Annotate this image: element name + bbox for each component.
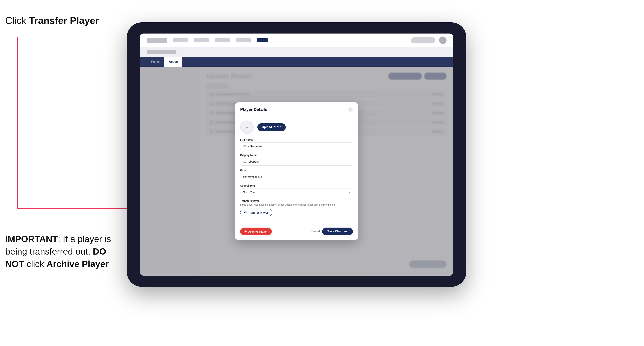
photo-upload-row: Upload Photo	[240, 121, 353, 134]
transfer-section-description: If this player has moved to another scho…	[240, 203, 353, 206]
email-group: Email	[240, 169, 353, 181]
sub-header	[140, 47, 453, 57]
archive-icon: ⊘	[244, 230, 247, 233]
transfer-player-button[interactable]: ⟳ Transfer Player	[240, 209, 272, 216]
nav-team[interactable]	[194, 38, 209, 42]
full-name-label: Full Name	[240, 138, 353, 141]
header-avatar[interactable]	[439, 36, 446, 44]
user-icon	[244, 124, 250, 131]
save-changes-label: Save Changes	[327, 230, 348, 233]
full-name-group: Full Name	[240, 138, 353, 150]
upload-photo-button[interactable]: Upload Photo	[258, 123, 286, 131]
save-changes-button[interactable]: Save Changes	[322, 228, 353, 235]
tab-roster[interactable]: Roster	[146, 57, 164, 67]
sub-header-breadcrumb	[146, 50, 176, 54]
full-name-input[interactable]	[240, 143, 353, 150]
transfer-icon: ⟳	[244, 211, 246, 214]
transfer-section-title: Transfer Player	[240, 199, 353, 202]
close-icon: ×	[349, 108, 351, 111]
do-not-text: click	[24, 259, 46, 269]
tab-roster-label: Roster	[151, 60, 160, 63]
school-year-select[interactable]: First Year Second Year Third Year Fourth…	[240, 188, 353, 196]
click-text: Click	[5, 15, 29, 26]
svg-point-3	[246, 125, 248, 127]
transfer-player-bold: Transfer Player	[29, 15, 99, 26]
modal-title: Player Details	[240, 107, 267, 112]
bottom-instruction: IMPORTANT: If a player is being transfer…	[5, 233, 121, 270]
tablet-screen: Roster Active Update Roster	[140, 33, 453, 276]
transfer-player-label: Transfer Player	[248, 211, 268, 214]
display-name-group: Display Name	[240, 154, 353, 166]
modal-close-button[interactable]: ×	[348, 107, 353, 112]
tab-bar: Roster Active	[140, 57, 453, 67]
app-header	[140, 33, 453, 47]
tablet-device: Roster Active Update Roster	[127, 22, 466, 287]
email-label: Email	[240, 169, 353, 172]
cancel-button[interactable]: Cancel	[310, 230, 320, 233]
modal-overlay: Player Details ×	[140, 67, 453, 276]
archive-player-label: Archive Player	[248, 230, 268, 233]
player-details-modal: Player Details ×	[235, 102, 358, 240]
app-logo	[146, 38, 167, 43]
top-instruction: Click Transfer Player	[5, 15, 99, 26]
modal-body: Upload Photo Full Name Display Name	[235, 116, 358, 225]
tab-active-label: Active	[169, 60, 178, 63]
transfer-section: Transfer Player If this player has moved…	[240, 199, 353, 216]
display-name-input[interactable]	[240, 158, 353, 166]
nav-schedule[interactable]	[215, 38, 230, 42]
nav-stats[interactable]	[236, 38, 251, 42]
nav-more[interactable]	[257, 38, 268, 42]
archive-player-bold: Archive Player	[46, 259, 109, 269]
important-label: IMPORTANT	[5, 234, 58, 244]
school-year-label: School Year	[240, 184, 353, 187]
modal-header: Player Details ×	[235, 102, 358, 116]
cancel-label: Cancel	[310, 230, 320, 233]
main-area: Update Roster	[140, 67, 453, 276]
upload-photo-label: Upload Photo	[262, 126, 281, 129]
avatar-placeholder	[240, 121, 254, 134]
display-name-label: Display Name	[240, 154, 353, 157]
school-year-select-wrapper: First Year Second Year Third Year Fourth…	[240, 188, 353, 196]
nav-dashboard[interactable]	[173, 38, 188, 42]
school-year-group: School Year First Year Second Year Third…	[240, 184, 353, 196]
header-action-btn	[411, 37, 435, 43]
modal-footer: ⊘ Archive Player Cancel Save Changes	[235, 225, 358, 240]
archive-player-button[interactable]: ⊘ Archive Player	[240, 228, 272, 235]
header-right	[411, 36, 446, 44]
email-input[interactable]	[240, 173, 353, 181]
tab-active[interactable]: Active	[164, 57, 182, 67]
